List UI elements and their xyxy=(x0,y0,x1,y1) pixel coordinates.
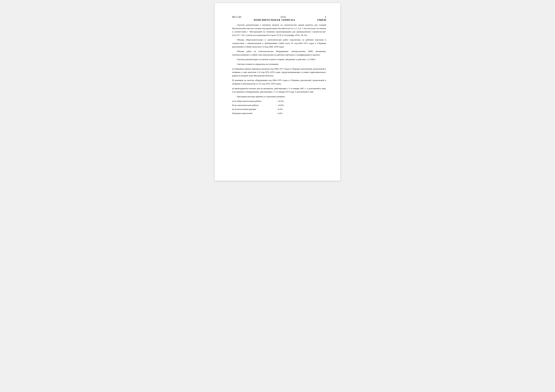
overhead-label-d: Плановые накопления xyxy=(232,112,276,115)
document-number: 17668-06 xyxy=(317,19,326,21)
page-number: 4 xyxy=(325,16,326,18)
overhead-items-section: а) на общестроительные работы – 16,5%; б… xyxy=(232,100,326,115)
overhead-item-c: в) на металлоконструкции – 8,3%; xyxy=(232,107,326,111)
paragraph-1: Сметная документация к типовому проекту … xyxy=(232,23,326,37)
paragraph-5: Сметная стоимость определена на основани… xyxy=(232,63,326,66)
document-code: 902-2-345 xyxy=(232,16,241,18)
paragraph-4: Сметная документация составлена в ценах … xyxy=(232,58,326,61)
paragraph-2: Объемы общестроительных и сантехнических… xyxy=(232,38,326,48)
document-content: Сметная документация к типовому проекту … xyxy=(232,23,326,115)
overhead-intro: Накладные расходы приняты в следующих ра… xyxy=(232,95,326,98)
overhead-label-a: а) на общестроительные работы xyxy=(232,100,276,103)
overhead-value-b: – 14,9%; xyxy=(276,104,284,107)
overhead-item-d: Плановые накопления – 6,0%. xyxy=(232,112,326,115)
cost-items-section: а) сборников единых районных расценок из… xyxy=(232,67,326,93)
header-row: 902-2-345 (УI.I) 4 xyxy=(232,16,326,18)
document-title: ПОЯСНИТЕЛЬНАЯ ЗАПИСКА xyxy=(232,19,317,21)
overhead-item-a: а) на общестроительные работы – 16,5%; xyxy=(232,100,326,103)
overhead-item-b: б) на сантехнические работы – 14,9%; xyxy=(232,104,326,107)
cost-item-b: б) ценников на монтаж оборудования изд.1… xyxy=(232,78,326,85)
document-section: (УI.I) xyxy=(281,16,286,18)
overhead-label-c: в) на металлоконструкции xyxy=(232,107,276,111)
title-row: ПОЯСНИТЕЛЬНАЯ ЗАПИСКА 17668-06 xyxy=(232,19,326,21)
overhead-label-b: б) на сантехнические работы xyxy=(232,104,276,107)
overhead-value-a: – 16,5%; xyxy=(276,100,284,103)
cost-item-c-text: в) прейскурантов оптовых цен на материал… xyxy=(232,87,326,93)
cost-item-c: в) прейскурантов оптовых цен на материал… xyxy=(232,87,326,93)
cost-item-a-text: а) сборников единых районных расценок из… xyxy=(232,68,326,77)
paragraph-3: Объемы работ на технологическое оборудов… xyxy=(232,50,326,57)
overhead-value-d: – 6,0%. xyxy=(276,112,283,115)
cost-item-a: а) сборников единых районных расценок из… xyxy=(232,67,326,78)
overhead-value-c: – 8,3%; xyxy=(276,107,283,111)
document-page: 902-2-345 (УI.I) 4 ПОЯСНИТЕЛЬНАЯ ЗАПИСКА… xyxy=(215,3,340,181)
cost-item-b-text: б) ценников на монтаж оборудования изд.1… xyxy=(232,79,326,85)
